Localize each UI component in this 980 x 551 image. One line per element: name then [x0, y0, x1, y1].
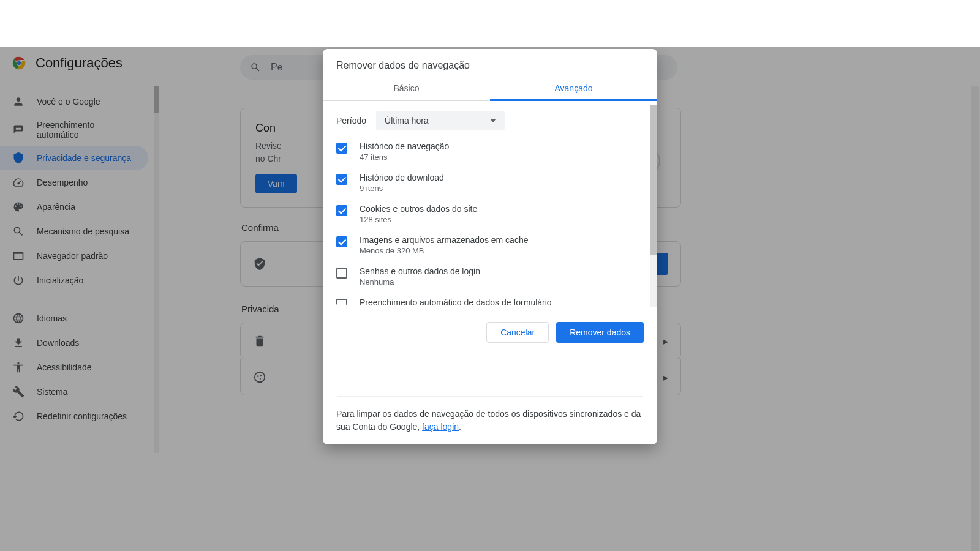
- sync-gap: [337, 355, 643, 397]
- option-download-history[interactable]: Histórico de download 9 itens: [336, 173, 646, 193]
- option-cookies[interactable]: Cookies e outros dados do site 128 sites: [336, 204, 646, 224]
- option-sub: 9 itens: [360, 184, 444, 193]
- checkbox[interactable]: [336, 236, 347, 247]
- cancel-button[interactable]: Cancelar: [486, 322, 549, 343]
- dialog-title: Remover dados de navegação: [323, 49, 657, 77]
- option-autofill-forms[interactable]: Preenchimento automático de dados de for…: [336, 298, 646, 307]
- checkbox[interactable]: [336, 174, 347, 185]
- checkbox[interactable]: [336, 205, 347, 216]
- option-browsing-history[interactable]: Histórico de navegação 47 itens: [336, 141, 646, 162]
- option-title: Cookies e outros dados do site: [360, 204, 477, 214]
- checkbox[interactable]: [336, 268, 347, 279]
- tab-advanced[interactable]: Avançado: [490, 77, 657, 101]
- letterbox-top: [0, 0, 980, 47]
- modal-overlay: Remover dados de navegação Básico Avança…: [0, 47, 980, 551]
- clear-browsing-data-dialog: Remover dados de navegação Básico Avança…: [323, 49, 657, 444]
- sync-message-text: Para limpar os dados de navegação de tod…: [336, 408, 644, 433]
- time-range-label: Período: [336, 116, 366, 126]
- sync-message: Para limpar os dados de navegação de tod…: [323, 355, 657, 444]
- time-range-value: Última hora: [385, 116, 429, 126]
- option-passwords[interactable]: Senhas e outros dados de login Nenhuma: [336, 266, 646, 287]
- dialog-body-scrollbar[interactable]: [650, 105, 657, 307]
- time-range-row: Período Última hora: [336, 111, 646, 130]
- option-sub: Menos de 320 MB: [360, 246, 528, 255]
- option-title: Preenchimento automático de dados de for…: [360, 298, 552, 307]
- option-title: Histórico de download: [360, 173, 444, 182]
- time-range-select[interactable]: Última hora: [376, 111, 505, 130]
- option-sub: 47 itens: [360, 152, 449, 162]
- option-title: Senhas e outros dados de login: [360, 266, 480, 276]
- option-title: Imagens e arquivos armazenados em cache: [360, 235, 528, 245]
- sign-in-link[interactable]: faça login: [422, 422, 459, 432]
- checkbox[interactable]: [336, 299, 347, 305]
- dialog-body-scrollbar-thumb[interactable]: [650, 105, 657, 255]
- app-viewport: Configurações Pe Você e o Google Preench…: [0, 47, 980, 551]
- dialog-body: Período Última hora Histórico de navegaç…: [323, 101, 657, 310]
- option-sub: 128 sites: [360, 215, 477, 224]
- tab-basic[interactable]: Básico: [323, 77, 490, 100]
- dialog-tabs: Básico Avançado: [323, 77, 657, 101]
- dialog-footer: Cancelar Remover dados: [323, 310, 657, 355]
- chevron-down-icon: [490, 119, 496, 122]
- option-title: Histórico de navegação: [360, 141, 449, 151]
- clear-data-button[interactable]: Remover dados: [556, 322, 644, 343]
- option-sub: Nenhuma: [360, 277, 480, 287]
- option-cached-images[interactable]: Imagens e arquivos armazenados em cache …: [336, 235, 646, 255]
- checkbox[interactable]: [336, 143, 347, 154]
